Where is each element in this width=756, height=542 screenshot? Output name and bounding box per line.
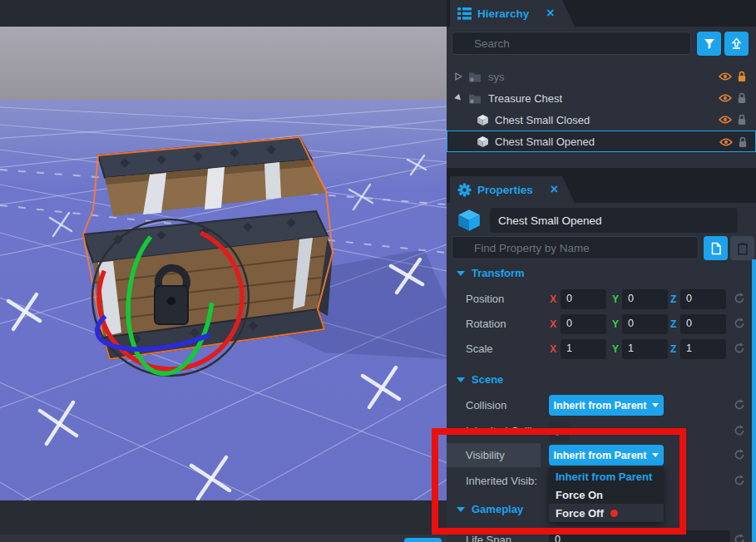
axis-z-label: Z [670, 293, 676, 305]
hierarchy-tab-bar: Hierarchy × [447, 0, 756, 27]
chevron-down-icon [652, 403, 659, 407]
entity-name-field[interactable] [490, 208, 738, 233]
reset-icon[interactable] [733, 292, 746, 305]
axis-y-label: Y [612, 293, 619, 305]
hierarchy-panel: sys Treasure Chest [447, 27, 756, 168]
scene-view[interactable] [0, 27, 447, 500]
cube-icon [477, 136, 489, 148]
position-y-field[interactable]: 0 [622, 289, 668, 309]
folder-icon [468, 71, 482, 82]
row-rotation: Rotation X 0 Y 0 Z 0 [447, 313, 756, 336]
section-header-scene[interactable]: Scene [457, 373, 503, 386]
properties-close-icon[interactable]: × [551, 183, 558, 196]
tree-row-chest-small-closed[interactable]: Chest Small Closed [447, 109, 756, 131]
position-x-field[interactable]: 0 [561, 289, 606, 309]
export-button[interactable] [724, 32, 749, 56]
reset-icon[interactable] [733, 474, 746, 487]
expander-expanded-icon[interactable] [454, 94, 463, 103]
reset-icon[interactable] [733, 398, 746, 411]
axis-z-label: Z [670, 318, 676, 330]
section-header-transform[interactable]: Transform [457, 267, 525, 279]
row-collision: Collision Inherit from Parent [447, 394, 756, 417]
row-label: Rotation [466, 318, 545, 330]
rotation-z-field[interactable]: 0 [680, 314, 726, 334]
tree-row-label: Chest Small Opened [495, 136, 595, 148]
filter-button[interactable] [697, 32, 721, 56]
reset-icon[interactable] [733, 448, 746, 461]
clipboard-icon [737, 242, 749, 255]
visibility-eye-icon[interactable] [719, 115, 732, 125]
section-title: Transform [472, 267, 525, 279]
viewport-bottom-bar [0, 500, 447, 535]
tab-properties[interactable]: Properties × [450, 176, 575, 203]
reset-icon[interactable] [733, 533, 746, 542]
scale-x-field[interactable]: 1 [561, 339, 606, 359]
axis-x-label: X [550, 318, 556, 330]
treasure-chest-model[interactable] [50, 110, 349, 397]
properties-tab-bar: Properties × [447, 176, 756, 203]
scale-z-field[interactable]: 1 [680, 339, 726, 359]
tree-row-chest-small-opened[interactable]: Chest Small Opened [447, 131, 756, 152]
rotation-y-field[interactable]: 0 [622, 314, 668, 334]
tab-properties-label: Properties [477, 184, 533, 196]
axis-y-label: Y [612, 318, 619, 330]
bottom-panel-tab-peek[interactable] [404, 538, 442, 542]
row-label: Position [466, 293, 545, 305]
dropdown-value: Inherit from Parent [554, 400, 647, 411]
collapse-arrow-icon [457, 377, 465, 382]
section-title: Scene [472, 373, 503, 386]
tab-hierarchy-label: Hierarchy [477, 7, 529, 20]
bottom-panel-edge [0, 535, 447, 542]
entity-cube-icon [457, 208, 482, 233]
row-scale: Scale X 1 Y 1 Z 1 [447, 338, 756, 361]
row-label: Scale [466, 342, 545, 355]
scale-y-field[interactable]: 1 [622, 339, 668, 359]
tree-row-label: Treasure Chest [488, 92, 562, 105]
annotation-highlight-box [432, 428, 686, 535]
tree-row-treasure-chest[interactable]: Treasure Chest [447, 87, 756, 109]
viewport-3d[interactable] [0, 0, 447, 542]
axis-z-label: Z [670, 343, 676, 355]
axis-x-label: X [550, 293, 556, 305]
lock-icon[interactable] [737, 114, 747, 126]
collapse-arrow-icon [457, 271, 465, 276]
cube-icon [477, 114, 489, 126]
reset-icon[interactable] [733, 342, 746, 355]
tab-hierarchy[interactable]: Hierarchy × [450, 0, 575, 27]
visibility-eye-icon[interactable] [719, 93, 732, 103]
expander-collapsed-icon[interactable] [455, 72, 462, 81]
folder-icon [468, 93, 482, 104]
row-label: Collision [466, 399, 545, 411]
hierarchy-close-icon[interactable]: × [546, 7, 554, 20]
collision-dropdown[interactable]: Inherit from Parent [549, 395, 664, 416]
row-label: Life Span [466, 534, 545, 542]
copy-icon [710, 242, 722, 255]
copy-button[interactable] [704, 236, 728, 260]
visibility-eye-icon[interactable] [719, 137, 733, 147]
axis-x-label: X [550, 343, 556, 355]
axis-y-label: Y [612, 343, 619, 355]
gear-icon [457, 183, 472, 197]
scrollbar[interactable] [752, 259, 756, 542]
hierarchy-icon [457, 7, 472, 20]
viewport-top-bar [0, 0, 447, 27]
tree-row-label: Chest Small Closed [495, 114, 590, 126]
tree-row-label: sys [488, 71, 505, 83]
lock-icon[interactable] [737, 71, 747, 82]
row-position: Position X 0 Y 0 Z 0 [447, 288, 756, 311]
rotation-x-field[interactable]: 0 [561, 314, 606, 334]
find-property-input[interactable] [452, 236, 699, 259]
visibility-eye-icon[interactable] [719, 71, 732, 81]
position-z-field[interactable]: 0 [680, 289, 726, 309]
paste-button[interactable] [730, 236, 754, 260]
reset-icon[interactable] [733, 317, 746, 330]
tree-row-sys[interactable]: sys [447, 66, 756, 87]
hierarchy-search-input[interactable] [452, 32, 691, 55]
reset-icon[interactable] [733, 424, 746, 437]
filter-icon [704, 38, 715, 50]
lock-icon[interactable] [738, 136, 748, 148]
upload-icon [730, 37, 743, 50]
lock-icon[interactable] [737, 92, 747, 104]
